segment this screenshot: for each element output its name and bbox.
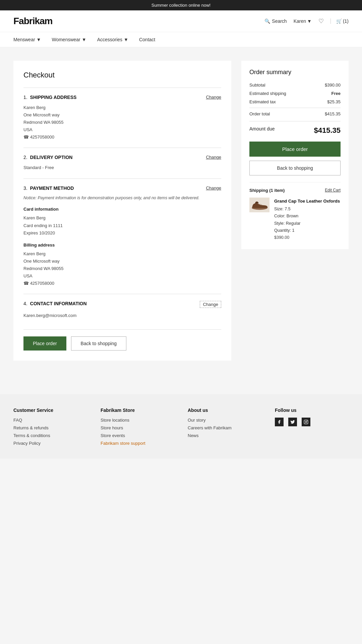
shipping-country: USA	[23, 126, 221, 133]
back-to-shopping-button-summary[interactable]: Back to shopping	[249, 161, 341, 175]
svg-point-3	[307, 421, 307, 421]
wishlist-icon[interactable]: ♡	[318, 17, 324, 25]
main-content: Checkout 1. SHIPPING ADDRESS Change Kare…	[0, 47, 362, 374]
cart-section: Edit Cart Shipping (1 item) Grand Cap To…	[249, 182, 341, 241]
user-menu[interactable]: Karen ▼	[294, 18, 312, 24]
shoe-svg	[250, 199, 269, 211]
card-info-label: Card information	[23, 206, 221, 213]
tax-value: $25.35	[327, 99, 341, 104]
change-delivery-link[interactable]: Change	[206, 155, 221, 160]
checkout-form: Checkout 1. SHIPPING ADDRESS Change Kare…	[13, 61, 231, 361]
cart-item-quantity: Quantity: 1	[274, 227, 340, 234]
place-order-button-bottom[interactable]: Place order	[23, 336, 66, 351]
cart-icon: 🛒	[336, 18, 342, 24]
section-contact-header: 4. CONTACT INFORMATION Change	[23, 301, 221, 308]
total-row: Order total $415.35	[249, 108, 341, 116]
section-shipping-address: 1. SHIPPING ADDRESS Change Karen Berg On…	[23, 88, 221, 148]
delivery-content: Standard - Free	[23, 164, 221, 171]
menswear-chevron-icon: ▼	[37, 37, 41, 42]
footer-privacy[interactable]: Privacy Policy	[13, 441, 87, 446]
top-banner: Summer collection online now!	[0, 0, 362, 10]
nav-menswear[interactable]: Menswear ▼	[13, 32, 41, 47]
instagram-icon[interactable]	[302, 418, 310, 426]
nav-accessories[interactable]: Accessories ▼	[97, 32, 128, 47]
shipping-phone: ☎ 4257058000	[23, 133, 221, 141]
nav-contact-label: Contact	[139, 37, 155, 42]
footer-col-fabrikam-store: Fabrikam Store Store locations Store hou…	[101, 408, 174, 448]
womenswear-chevron-icon: ▼	[82, 37, 86, 42]
change-payment-link[interactable]: Change	[206, 185, 221, 191]
billing-phone-icon: ☎	[23, 281, 29, 286]
nav-womenswear[interactable]: Womenswear ▼	[52, 32, 86, 47]
footer: Customer Service FAQ Returns & refunds T…	[0, 394, 362, 459]
footer-our-story[interactable]: Our story	[188, 418, 261, 423]
section-delivery-header: 2. DELIVERY OPTION Change	[23, 155, 221, 160]
subtotal-value: $390.00	[325, 83, 341, 88]
card-ending: Card ending in 1111	[23, 222, 221, 229]
footer-news[interactable]: News	[188, 433, 261, 438]
cart-item-size: Size: 7.5	[274, 206, 340, 213]
back-to-shopping-button-bottom[interactable]: Back to shopping	[71, 336, 126, 351]
footer-fabrikam-support[interactable]: Fabrikam store support	[101, 441, 174, 446]
header-right: 🔍 Search Karen ▼ ♡ 🛒 (1)	[264, 17, 349, 25]
subtotal-row: Subtotal $390.00	[249, 83, 341, 88]
total-value: $415.35	[325, 111, 341, 116]
edit-cart-link[interactable]: Edit Cart	[325, 188, 341, 193]
billing-line1: One Microsoft way	[23, 258, 221, 265]
contact-email: Karen.berg@microsoft.com	[23, 312, 221, 319]
section-4-number: 4.	[23, 301, 27, 306]
cart-link[interactable]: 🛒 (1)	[330, 18, 349, 24]
footer-store-hours[interactable]: Store hours	[101, 425, 174, 430]
place-order-button-summary[interactable]: Place order	[249, 142, 341, 157]
cart-item-color: Color: Brown	[274, 213, 340, 220]
change-shipping-link[interactable]: Change	[206, 95, 221, 100]
cart-item-image	[249, 198, 269, 212]
main-nav: Menswear ▼ Womenswear ▼ Accessories ▼ Co…	[0, 32, 362, 47]
order-summary: Order summary Subtotal $390.00 Estimated…	[241, 61, 349, 249]
billing-country: USA	[23, 272, 221, 280]
subtotal-label: Subtotal	[249, 83, 265, 88]
accessories-chevron-icon: ▼	[124, 37, 128, 42]
footer-follow-title: Follow us	[275, 408, 349, 413]
billing-phone: ☎ 4257058000	[23, 280, 221, 287]
footer-store-events[interactable]: Store events	[101, 433, 174, 438]
nav-contact[interactable]: Contact	[139, 32, 155, 47]
tax-row: Estimated tax $25.35	[249, 99, 341, 104]
delivery-option: Standard - Free	[23, 164, 221, 171]
search-link[interactable]: 🔍 Search	[264, 18, 287, 24]
twitter-icon[interactable]	[288, 418, 297, 426]
footer-about-title: About us	[188, 408, 261, 413]
footer-customer-service-title: Customer Service	[13, 408, 87, 413]
footer-fabrikam-store-title: Fabrikam Store	[101, 408, 174, 413]
shipping-address-line1: One Microsoft way	[23, 111, 221, 119]
cart-item-style: Style: Regular	[274, 220, 340, 227]
footer-faq[interactable]: FAQ	[13, 418, 87, 423]
billing-line2: Redmond WA 98055	[23, 265, 221, 272]
section-1-number: 1.	[23, 95, 27, 100]
section-payment: 3. PAYMENT METHOD Change Notice: Payment…	[23, 178, 221, 294]
amount-due-label: Amount due	[249, 126, 275, 135]
footer-col-follow: Follow us	[275, 408, 349, 448]
order-summary-title: Order summary	[249, 69, 341, 76]
facebook-icon[interactable]	[275, 418, 284, 426]
change-contact-link[interactable]: Change	[200, 301, 221, 308]
card-name: Karen Berg	[23, 214, 221, 222]
amount-due-value: $415.35	[314, 126, 341, 135]
footer-col-customer-service: Customer Service FAQ Returns & refunds T…	[13, 408, 87, 448]
logo[interactable]: Fabrikam	[13, 16, 53, 26]
section-2-number: 2.	[23, 155, 27, 160]
footer-store-locations[interactable]: Store locations	[101, 418, 174, 423]
search-icon: 🔍	[264, 18, 270, 24]
section-delivery: 2. DELIVERY OPTION Change Standard - Fre…	[23, 148, 221, 178]
section-payment-title: 3. PAYMENT METHOD	[23, 185, 74, 191]
svg-rect-1	[304, 420, 308, 424]
section-3-number: 3.	[23, 185, 27, 191]
footer-careers[interactable]: Careers with Fabrikam	[188, 425, 261, 430]
footer-returns[interactable]: Returns & refunds	[13, 425, 87, 430]
bottom-action-buttons: Place order Back to shopping	[23, 329, 221, 351]
payment-content: Notice: Payment information is for demon…	[23, 195, 221, 287]
shipping-name: Karen Berg	[23, 104, 221, 111]
footer-terms[interactable]: Terms & conditions	[13, 433, 87, 438]
nav-accessories-label: Accessories	[97, 37, 122, 42]
footer-col-about: About us Our story Careers with Fabrikam…	[188, 408, 261, 448]
